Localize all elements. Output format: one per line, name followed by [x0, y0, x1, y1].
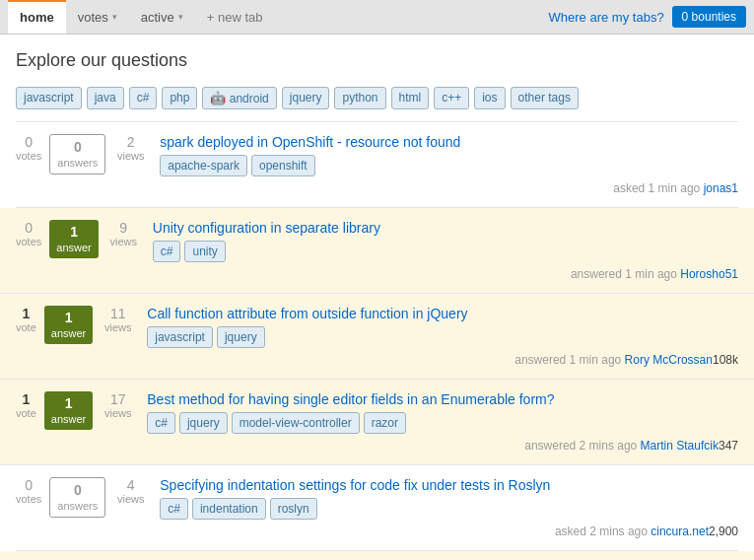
user-link[interactable]: Horosho51 — [680, 267, 738, 281]
question-tag[interactable]: razor — [364, 412, 406, 434]
views-block: 9views — [106, 220, 141, 247]
views-label: views — [104, 321, 132, 333]
tab-votes[interactable]: votes ▾ — [66, 2, 129, 33]
question-tag[interactable]: jquery — [179, 412, 228, 434]
question-tag[interactable]: apache-spark — [160, 155, 247, 176]
question-tags: javascriptjquery — [147, 326, 738, 348]
question-title[interactable]: spark deployed in OpenShift - resource n… — [160, 134, 738, 150]
tag-android[interactable]: 🤖 android — [202, 87, 276, 109]
tab-home[interactable]: home — [8, 0, 66, 34]
question-tag[interactable]: c# — [147, 412, 175, 434]
answers-label: answer — [56, 242, 91, 253]
stats-wrapper: 0votes0answers2views — [16, 134, 148, 175]
views-count: 4 — [127, 477, 135, 493]
tab-home-label: home — [20, 10, 54, 25]
votes-count: 1 — [23, 391, 31, 407]
question-tags: c#indentationroslyn — [160, 498, 738, 520]
views-block: 17views — [101, 391, 135, 419]
answers-badge: 0answers — [49, 134, 105, 175]
question-tag[interactable]: roslyn — [270, 498, 317, 520]
answers-label: answers — [57, 157, 98, 169]
views-count: 2 — [127, 134, 135, 150]
android-robot-icon: 🤖 — [210, 91, 226, 105]
votes-count: 1 — [23, 306, 31, 321]
question-title[interactable]: Best method for having single editor fie… — [147, 391, 738, 407]
answers-label: answer — [51, 413, 86, 425]
stats-wrapper: 0votes1answer9views — [16, 220, 141, 258]
tag-python[interactable]: python — [334, 87, 385, 109]
views-label: views — [104, 407, 132, 419]
question-meta: asked 2 mins ago cincura.net2,900 — [160, 525, 738, 538]
user-link[interactable]: Rory McCrossan — [625, 353, 713, 367]
bounties-button[interactable]: 0 bounties — [672, 6, 746, 28]
votes-label: vote — [16, 321, 36, 333]
question-meta: answered 1 min ago Horosho51 — [153, 267, 738, 281]
views-label: views — [117, 493, 145, 505]
question-tags: apache-sparkopenshift — [160, 155, 738, 176]
votes-label: votes — [16, 150, 41, 162]
question-tag[interactable]: javascript — [147, 326, 213, 348]
question-row: 0votes0answers2viewsspark deployed in Op… — [16, 122, 738, 208]
tag-other-tags[interactable]: other tags — [511, 87, 579, 109]
question-row: 0votes0answers4viewsSpecifying indentati… — [16, 465, 738, 551]
question-meta: answered 2 mins ago Martin Staufcik347 — [147, 439, 738, 453]
answers-badge: 0answers — [49, 477, 105, 518]
answers-badge: 1answer — [44, 306, 93, 344]
answers-badge: 1answer — [49, 220, 98, 258]
tag-html[interactable]: html — [391, 87, 430, 109]
tab-active[interactable]: active ▾ — [129, 2, 195, 33]
votes-caret-icon: ▾ — [112, 12, 117, 22]
views-count: 11 — [110, 306, 126, 321]
votes-block: 0votes — [16, 134, 41, 162]
questions-list: 0votes0answers2viewsspark deployed in Op… — [16, 121, 738, 560]
question-tag[interactable]: unity — [184, 241, 225, 262]
question-tag[interactable]: c# — [153, 241, 181, 262]
tag-ios[interactable]: ios — [474, 87, 505, 109]
votes-block: 0votes — [16, 477, 41, 505]
tab-active-label: active — [141, 10, 174, 25]
question-title[interactable]: Unity configuration in separate library — [153, 220, 738, 236]
views-label: views — [117, 150, 145, 162]
user-link[interactable]: cincura.net — [651, 525, 709, 538]
tag-java[interactable]: java — [87, 87, 124, 109]
answers-badge: 1answer — [44, 391, 93, 430]
meta-text: answered 1 min ago — [514, 353, 624, 367]
question-tag[interactable]: indentation — [192, 498, 266, 520]
views-label: views — [110, 236, 138, 247]
question-tag[interactable]: model-view-controller — [232, 412, 360, 434]
tag-c--[interactable]: c++ — [434, 87, 469, 109]
question-tags: c#unity — [153, 241, 738, 262]
user-rep: 108k — [713, 353, 738, 367]
question-row: 1vote1answer37viewsHide all children div… — [0, 551, 754, 560]
votes-block: 1vote — [16, 391, 36, 419]
tag-jquery[interactable]: jquery — [282, 87, 330, 109]
stats-wrapper: 1vote1answer11views — [16, 306, 135, 344]
user-link[interactable]: Martin Staufcik — [641, 439, 719, 453]
question-tag[interactable]: jquery — [217, 326, 265, 348]
views-block: 4views — [113, 477, 148, 505]
new-tab-button[interactable]: + new tab — [195, 2, 275, 33]
user-rep: 347 — [719, 439, 738, 453]
main-content: Explore our questions javascriptjavac#ph… — [0, 35, 754, 560]
tags-area: javascriptjavac#php🤖 androidjquerypython… — [16, 87, 579, 109]
user-link[interactable]: jonas1 — [704, 181, 738, 195]
user-rep: 2,900 — [709, 525, 738, 538]
question-title[interactable]: Specifying indentation settings for code… — [160, 477, 738, 493]
question-tag[interactable]: c# — [160, 498, 188, 520]
tag-c-[interactable]: c# — [129, 87, 158, 109]
question-title[interactable]: Call function attribute from outside fun… — [147, 306, 738, 321]
answers-count: 0 — [57, 139, 98, 155]
stats-wrapper: 1vote1answer17views — [16, 391, 135, 430]
views-count: 9 — [119, 220, 127, 236]
nav-tabs: home votes ▾ active ▾ + new tab Where ar… — [0, 0, 754, 35]
tab-votes-label: votes — [78, 10, 108, 25]
question-row: 1vote1answer11viewsCall function attribu… — [0, 294, 754, 380]
tag-javascript[interactable]: javascript — [16, 87, 82, 109]
answers-label: answers — [57, 500, 98, 512]
explore-header: Explore our questions javascriptjavac#ph… — [16, 46, 738, 109]
votes-block: 1vote — [16, 306, 36, 333]
votes-count: 0 — [25, 134, 33, 150]
where-tabs-link[interactable]: Where are my tabs? — [549, 10, 664, 25]
question-tag[interactable]: openshift — [251, 155, 315, 176]
tag-php[interactable]: php — [162, 87, 197, 109]
